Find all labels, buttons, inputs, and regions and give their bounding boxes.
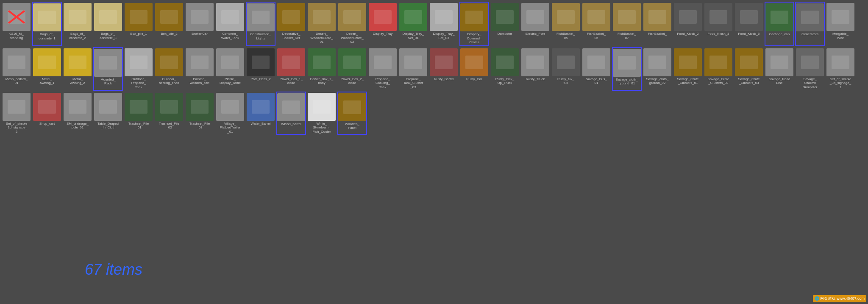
asset-item[interactable]: Bags_of_ concrete_2 xyxy=(63,2,92,46)
asset-item[interactable]: Savage_ Shallow Dumpster xyxy=(795,47,825,91)
asset-label: Mounted_ Rack xyxy=(100,78,116,86)
asset-item[interactable]: Wheel_barrel xyxy=(276,92,306,135)
asset-item[interactable]: Savage_Bus_ 01 xyxy=(581,47,611,91)
asset-label: Village_ FlatbedTrailer _01 xyxy=(220,122,240,134)
asset-item[interactable]: Display_Tray_ Set_03 xyxy=(429,2,459,46)
asset-item[interactable]: Savage_Crate _Clusters_02 xyxy=(704,47,733,91)
asset-item[interactable]: Wooden_ Pallet xyxy=(337,92,367,135)
asset-label: Pots_Pans_2 xyxy=(250,77,271,81)
asset-label: Bags_of_ concrete_3 xyxy=(100,32,117,40)
asset-item[interactable]: Display_Tray_ Set_01 xyxy=(398,2,428,46)
asset-item[interactable]: Shop_cart xyxy=(32,92,62,135)
asset-item[interactable]: Power_Box_1_ close xyxy=(276,47,306,91)
asset-item[interactable]: Box_pile_2 xyxy=(154,2,184,46)
asset-item[interactable]: Drapery_ Covered_ Crates xyxy=(459,2,489,46)
asset-item[interactable]: Savage_Crate _Clusters_03 xyxy=(734,47,764,91)
asset-item[interactable]: Electric_Pole xyxy=(520,2,550,46)
asset-label: Power_Box_2_ body xyxy=(310,77,333,85)
asset-label: Box_pile_1 xyxy=(130,32,147,36)
asset-item[interactable]: Savage_Crate _Clusters_01 xyxy=(673,47,703,91)
asset-item[interactable]: Power_Box_2_ body xyxy=(307,47,337,91)
asset-item[interactable]: Savage_cloth_ ground_01 xyxy=(612,47,642,91)
asset-item[interactable]: 0216_M_ standing xyxy=(2,2,31,46)
asset-item[interactable]: Savage_Road Line xyxy=(765,47,794,91)
asset-label: 0216_M_ standing xyxy=(9,32,23,40)
asset-item[interactable]: Metal_ Awning_1 xyxy=(32,47,62,91)
asset-item[interactable]: Desert_ WoodenCrate_ 02 xyxy=(337,2,367,46)
asset-item[interactable]: Food_Kiosk_3 xyxy=(704,2,733,46)
asset-label: Savage_Road Line xyxy=(769,77,790,85)
asset-item[interactable]: Trashset_Pile _01 xyxy=(124,92,153,135)
asset-item[interactable]: Outdoor_ Propane_ Tank xyxy=(124,47,153,91)
asset-item[interactable]: BrokenCar xyxy=(185,2,214,46)
asset-item[interactable]: Pots_Pans_2 xyxy=(246,47,275,91)
item-count-label: 67 items xyxy=(85,261,142,279)
asset-item[interactable]: Power_Box_2_ close xyxy=(337,47,367,91)
asset-label: Mesh_bollard_ 01 xyxy=(6,77,28,85)
asset-label: Rusty_Truck xyxy=(526,77,545,81)
asset-label: Display_Tray_ Set_03 xyxy=(433,32,455,40)
asset-item[interactable]: Food_Kiosk_2 xyxy=(673,2,703,46)
asset-label: FishBasket_ 06 xyxy=(587,32,606,40)
asset-item[interactable]: Savage_cloth_ ground_02 xyxy=(643,47,672,91)
asset-label: Mergable_ Wire xyxy=(832,32,849,40)
asset-item[interactable]: Trashset_Pile _02 xyxy=(154,92,184,135)
asset-label: Desert_ WoodenCrate_ 01 xyxy=(310,32,333,44)
asset-label: Food_Kiosk_3 xyxy=(707,32,729,36)
asset-label: FishBasket_ 05 xyxy=(556,32,575,40)
asset-item[interactable]: Bags_of_ concrete_1 xyxy=(32,2,62,46)
asset-item[interactable]: Painted_ wooden_cart xyxy=(185,47,214,91)
asset-item[interactable]: Mesh_bollard_ 01 xyxy=(2,47,31,91)
asset-item[interactable]: Table_Draped _In_Cloth xyxy=(93,92,123,135)
asset-item[interactable]: Garbage_can xyxy=(765,2,794,46)
asset-item[interactable]: Rusty_Truck xyxy=(520,47,550,91)
asset-item[interactable]: Display_Tray xyxy=(368,2,398,46)
asset-label: Food_Kiosk_5 xyxy=(738,32,760,36)
asset-item[interactable]: Food_Kiosk_5 xyxy=(734,2,764,46)
asset-item[interactable]: Propane_ Tank_Cluster _03 xyxy=(398,47,428,91)
asset-item[interactable]: Desert_ WoodenCrate_ 01 xyxy=(307,2,337,46)
asset-item[interactable]: White_ Styrofoam_ Fish_Cooler xyxy=(307,92,337,135)
asset-item[interactable]: Rusty_Car xyxy=(459,47,489,91)
asset-item[interactable]: SM_drainage_ pole_01 xyxy=(63,92,92,135)
asset-label: Display_Tray_ Set_01 xyxy=(403,32,424,40)
asset-item[interactable]: Construction_ Lights xyxy=(246,2,275,46)
asset-item[interactable]: Mounted_ Rack xyxy=(93,47,123,91)
asset-item[interactable]: FishBasket_ xyxy=(643,2,672,46)
asset-item[interactable]: FishBasket_ 06 xyxy=(581,2,611,46)
asset-label: Savage_cloth_ ground_01 xyxy=(616,78,638,86)
asset-item[interactable]: Dumpster xyxy=(490,2,520,46)
asset-item[interactable]: Picnic_ Display_Table xyxy=(215,47,245,91)
asset-item[interactable]: Propane_ Cooking_ Tank xyxy=(368,47,398,91)
asset-label: Bags_of_ concrete_2 xyxy=(69,32,86,40)
asset-label: Electric_Pole xyxy=(526,32,545,36)
asset-item[interactable]: Village_ FlatbedTrailer _01 xyxy=(215,92,245,135)
asset-label: Wooden_ Pallet xyxy=(345,122,359,130)
asset-item[interactable]: Decorative_ Basket_Set xyxy=(276,2,306,46)
asset-item[interactable]: Set_of_simple _3d_signage_ 1 xyxy=(826,47,855,91)
asset-label: FishBasket_ xyxy=(648,32,667,36)
asset-item[interactable]: FishBasket_ 07 xyxy=(612,2,642,46)
asset-label: Concrete_ Water_Tank xyxy=(221,32,239,40)
asset-item[interactable]: Rusty_Barrel xyxy=(429,47,459,91)
asset-item[interactable]: Metal_ Awning_2 xyxy=(63,47,92,91)
asset-item[interactable]: Outdoor_ seating_chair xyxy=(154,47,184,91)
asset-item[interactable]: Set_of_simple _3d_signage_ 2 xyxy=(2,92,31,135)
asset-label: Rusty_Barrel xyxy=(434,77,453,81)
asset-label: Decorative_ Basket_Set xyxy=(282,32,300,40)
asset-item[interactable]: Generators xyxy=(795,2,825,46)
asset-label: Water_Barrel xyxy=(251,122,271,126)
asset-label: Display_Tray xyxy=(373,32,392,36)
asset-label: Generators xyxy=(801,32,818,36)
asset-item[interactable]: FishBasket_ 05 xyxy=(551,2,581,46)
asset-item[interactable]: Trashset_Pile _03 xyxy=(185,92,214,135)
asset-item[interactable]: Mergable_ Wire xyxy=(826,2,855,46)
asset-item[interactable]: Water_Barrel xyxy=(246,92,275,135)
asset-item[interactable]: Concrete_ Water_Tank xyxy=(215,2,245,46)
asset-item[interactable]: Box_pile_1 xyxy=(124,2,153,46)
asset-item[interactable]: Bags_of_ concrete_3 xyxy=(93,2,123,46)
asset-item[interactable]: Rusty_tuk_ tuk xyxy=(551,47,581,91)
asset-label: Savage_ Shallow Dumpster xyxy=(803,77,818,89)
asset-label: BrokenCar xyxy=(192,32,208,36)
asset-item[interactable]: Rusty_Pick_ Up_Truck xyxy=(490,47,520,91)
